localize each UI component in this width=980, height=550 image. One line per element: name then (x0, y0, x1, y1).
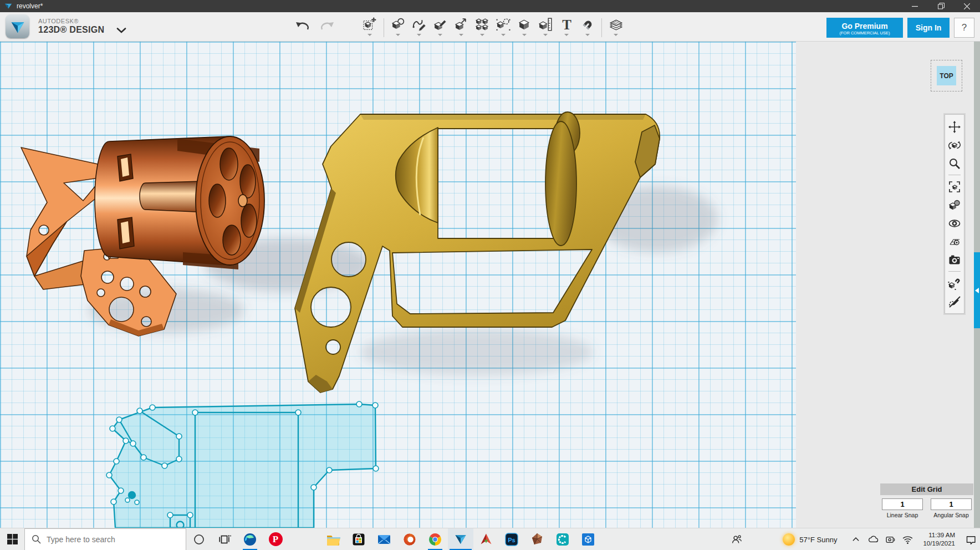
cyan-sketch-profile[interactable] (106, 401, 379, 528)
tray-expand-button[interactable] (850, 533, 862, 546)
copper-cylinder-part[interactable] (95, 136, 264, 269)
chevron-down-icon[interactable] (438, 34, 442, 36)
redo-button[interactable] (319, 18, 336, 34)
linear-snap-input[interactable] (882, 498, 923, 510)
text-icon: T (559, 17, 574, 32)
undo-button[interactable] (294, 18, 310, 34)
edit-grid-panel: Edit Grid Linear Snap Angular Snap (880, 483, 973, 518)
onedrive-button[interactable] (867, 533, 879, 546)
photoshop-express-taskbar-button[interactable]: Ps (499, 528, 524, 550)
meshmixer-taskbar-button[interactable] (473, 528, 499, 550)
sketch-tool-button[interactable] (409, 14, 430, 40)
sign-in-button[interactable]: Sign In (907, 18, 950, 38)
modeling-canvas[interactable] (0, 42, 796, 528)
action-center-button[interactable] (964, 533, 977, 546)
linear-snap-label: Linear Snap (880, 512, 925, 518)
123d-design-taskbar-button[interactable] (448, 528, 473, 550)
pattern-tool-button[interactable] (472, 14, 493, 40)
cortana-button[interactable] (186, 528, 212, 550)
windows-taskbar: PPs 57°F Sunny (0, 528, 980, 550)
edge-taskbar-button[interactable] (237, 528, 263, 550)
fit-icon (948, 180, 961, 193)
close-button[interactable] (954, 0, 980, 12)
transform-tool-button[interactable] (359, 14, 380, 40)
go-premium-sublabel: (FOR COMMERCIAL USE) (826, 31, 903, 35)
weather-widget[interactable]: 57°F Sunny (783, 533, 837, 546)
go-premium-button[interactable]: Go Premium (FOR COMMERCIAL USE) (826, 18, 903, 38)
viewcube[interactable]: TOP (931, 60, 962, 91)
microsoft-store-taskbar-button[interactable] (346, 528, 371, 550)
text-tool-button[interactable]: T (556, 14, 577, 40)
3d-builder-taskbar-button[interactable] (575, 528, 601, 550)
shade-view-button[interactable] (946, 196, 963, 214)
chevron-down-icon[interactable] (614, 34, 618, 36)
microsoft-store-icon (351, 532, 366, 547)
maximize-button[interactable] (928, 0, 954, 12)
mail-taskbar-button[interactable] (371, 528, 397, 550)
task-view-button[interactable] (212, 528, 237, 550)
action-center-icon (965, 534, 977, 546)
meet-now-button[interactable] (884, 533, 896, 546)
construct-tool-button[interactable] (430, 14, 451, 40)
mesh-model-icon (530, 532, 544, 547)
show-hide-view-button[interactable] (946, 214, 963, 232)
chrome-icon (428, 532, 442, 547)
chrome-taskbar-button[interactable] (422, 528, 448, 550)
undo-arrow-icon (295, 21, 309, 32)
file-explorer-taskbar-button[interactable] (320, 528, 346, 550)
right-panel: TOP Edit Grid Linear Snap Angular Snap (796, 42, 980, 528)
cura-taskbar-button[interactable] (550, 528, 575, 550)
edge-icon (243, 532, 257, 547)
help-button[interactable]: ? (954, 18, 974, 38)
transform-icon (363, 17, 377, 32)
chevron-down-icon[interactable] (480, 34, 484, 36)
snap-tool-button[interactable] (577, 14, 598, 40)
search-input[interactable] (47, 535, 174, 544)
toolbar-divider (601, 18, 602, 37)
cura-icon (555, 532, 570, 547)
chevron-down-icon[interactable] (522, 34, 527, 36)
grouping-tool-button[interactable] (493, 14, 514, 40)
clock[interactable]: 11:39 AM 10/19/2021 (923, 531, 955, 548)
measure-tool-button[interactable] (535, 14, 556, 40)
combine-tool-button[interactable] (514, 14, 535, 40)
screenshot-view-button[interactable] (946, 251, 963, 269)
toolbar-divider (384, 18, 384, 37)
chevron-down-icon[interactable] (585, 34, 590, 36)
grid-visibility-view-button[interactable] (946, 232, 963, 251)
zoom-view-button[interactable] (946, 154, 963, 172)
chevron-down-icon[interactable] (459, 34, 463, 36)
sketch-icon (412, 17, 427, 32)
orbit-view-button[interactable] (946, 136, 963, 154)
modify-tool-button[interactable] (451, 14, 472, 40)
app-menu[interactable]: AUTODESK® 123D® DESIGN (6, 14, 126, 38)
chevron-down-icon[interactable] (417, 34, 421, 36)
edit-grid-title[interactable]: Edit Grid (880, 483, 973, 495)
mesh-model-taskbar-button[interactable] (524, 528, 550, 550)
viewcube-top-face[interactable]: TOP (937, 66, 956, 85)
snap-mode-view-button[interactable] (946, 274, 963, 292)
panel-slide-tab[interactable] (974, 252, 980, 328)
chevron-down-icon[interactable] (396, 34, 400, 36)
people-button[interactable] (731, 528, 743, 550)
office-taskbar-button[interactable] (397, 528, 422, 550)
brand-123d-design: 123D® DESIGN (38, 25, 104, 35)
chevron-left-icon (975, 288, 979, 293)
start-button[interactable] (0, 528, 24, 550)
people-icon (731, 533, 743, 546)
cortana-icon (193, 533, 205, 546)
taskbar-search[interactable] (24, 528, 186, 550)
sketch-visibility-view-button[interactable] (946, 292, 963, 310)
chevron-down-icon[interactable] (543, 34, 548, 36)
angular-snap-input[interactable] (931, 498, 972, 510)
fit-view-button[interactable] (946, 177, 963, 196)
material-tool-button[interactable] (605, 14, 626, 40)
pinterest-taskbar-button[interactable]: P (263, 528, 288, 550)
network-button[interactable] (901, 533, 913, 546)
chevron-down-icon[interactable] (564, 34, 569, 36)
minimize-button[interactable] (902, 0, 928, 12)
primitives-tool-button[interactable] (387, 14, 409, 40)
chevron-down-icon[interactable] (368, 34, 372, 36)
pan-view-button[interactable] (946, 118, 963, 136)
chevron-down-icon[interactable] (501, 34, 506, 36)
